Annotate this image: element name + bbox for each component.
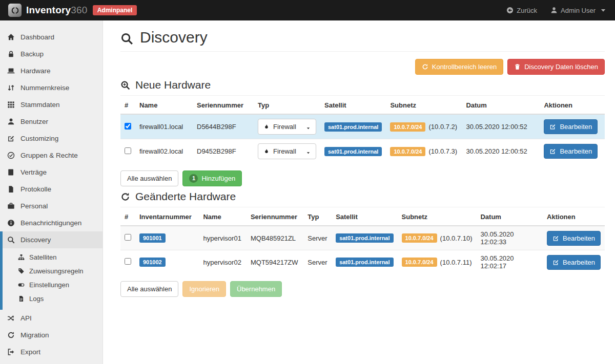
table-row: 901001 hypervisor01 MQB485921ZL Server s… [120, 226, 605, 250]
sidebar-item-stammdaten[interactable]: Stammdaten [0, 96, 102, 113]
row-checkbox[interactable] [125, 258, 131, 265]
sidebar-item-protokolle[interactable]: Protokolle [0, 181, 102, 198]
sidebar-item-logs[interactable]: Logs [3, 292, 102, 306]
edit-button-label: Bearbeiten [560, 122, 592, 131]
subnet-badge: 10.0.7.0/24 [390, 147, 425, 156]
add-button[interactable]: 1 Hinzufügen [182, 170, 242, 186]
col-header: Seriennummer [247, 208, 303, 226]
back-label: Zurück [517, 7, 537, 14]
laptop-icon [7, 67, 15, 75]
edit-button[interactable]: Bearbeiten [547, 231, 601, 246]
sidebar-item-label: Benachrichtigungen [20, 219, 81, 227]
col-header: # [120, 97, 135, 114]
sidebar-item-satelliten[interactable]: Satelliten [3, 250, 102, 264]
sidebar-item-backup[interactable]: Backup [0, 46, 102, 62]
typ-select-value: Firewall [273, 147, 296, 155]
cell-datum: 30.05.2020 12:00:52 [462, 114, 540, 139]
inventory-badge: 901001 [139, 233, 166, 243]
trash-icon [514, 63, 521, 70]
row-checkbox[interactable] [125, 123, 131, 130]
sidebar-item-label: Benutzer [20, 117, 48, 126]
add-button-label: Hinzufügen [201, 174, 235, 183]
cell-serial: D5644B298F [193, 114, 254, 139]
user-icon [7, 118, 15, 125]
col-header: Subnetz [398, 208, 477, 226]
sidebar-item-benachrichtigungen[interactable]: Benachrichtigungen [0, 215, 102, 231]
changed-hardware-title: Geänderte Hardware [120, 190, 605, 203]
sidebar-item-dashboard[interactable]: Dashboard [0, 29, 102, 46]
refresh-icon [7, 331, 15, 339]
edit-button[interactable]: Bearbeiten [544, 144, 598, 159]
chevron-down-icon [306, 124, 311, 129]
grid-icon [7, 101, 15, 109]
select-all-button[interactable]: Alle auswählen [120, 281, 178, 297]
col-header: Satellit [320, 97, 386, 114]
sidebar-item-label: Protokolle [20, 185, 51, 194]
sidebar-item-personal[interactable]: Personal [0, 198, 102, 215]
select-all-button[interactable]: Alle auswählen [120, 170, 178, 186]
sidebar-item-benutzer[interactable]: Benutzer [0, 113, 102, 130]
typ-select-value: Firewall [273, 123, 296, 131]
user-menu[interactable]: Admin User [550, 7, 607, 14]
page-title-text: Discovery [140, 29, 208, 46]
brand-suffix: 360 [71, 5, 87, 15]
clear-control-button[interactable]: Kontrollbereich leeren [415, 59, 503, 75]
cell-datum: 30.05.2020 12:02:17 [476, 250, 543, 274]
clear-control-label: Kontrollbereich leeren [432, 62, 497, 71]
cell-ip: (10.0.7.10) [440, 234, 473, 242]
flame-icon [263, 124, 270, 130]
refresh-icon [422, 63, 428, 70]
sidebar-item-nummernkreise[interactable]: Nummernkreise [0, 79, 102, 96]
edit-icon [549, 148, 556, 155]
top-navbar: Inventory360 Adminpanel Zurück Admin Use… [0, 0, 615, 20]
chevron-down-icon [306, 149, 311, 154]
cell-typ: Server [303, 226, 332, 250]
sidebar-item-gruppen-rechte[interactable]: Gruppen & Rechte [0, 147, 102, 164]
ignore-button[interactable]: Ignorieren [182, 281, 226, 297]
col-header: # [120, 208, 135, 226]
sign-out-icon [7, 348, 15, 356]
col-header: Subnetz [386, 97, 462, 114]
sidebar-item-zuweisungsregeln[interactable]: Zuweisungsregeln [3, 264, 102, 278]
flame-icon [263, 148, 270, 155]
sidebar-item-label: Zuweisungsregeln [29, 267, 84, 275]
sidebar-item-vertraege[interactable]: Verträge [0, 164, 102, 181]
sitemap-icon [18, 254, 25, 261]
back-link[interactable]: Zurück [506, 7, 537, 14]
row-checkbox[interactable] [125, 234, 131, 241]
sidebar-item-einstellungen[interactable]: Einstellungen [3, 278, 102, 292]
subnet-badge: 10.0.7.0/24 [402, 233, 437, 243]
arrow-circle-left-icon [506, 7, 514, 14]
delete-discovery-button[interactable]: Discovery Daten löschen [507, 59, 605, 75]
sidebar-group-discovery: Discovery Satelliten Zuweisungsregeln Ei… [0, 231, 102, 310]
sidebar-item-export[interactable]: Export [0, 344, 102, 360]
sidebar-item-hardware[interactable]: Hardware [0, 62, 102, 79]
row-checkbox[interactable] [125, 147, 131, 154]
new-hardware-actions: Alle auswählen 1 Hinzufügen [120, 170, 605, 186]
apply-button[interactable]: Übernehmen [230, 281, 282, 297]
sidebar-item-api[interactable]: API [0, 310, 102, 327]
satellit-badge: sat01.prod.internal [336, 258, 393, 267]
cell-serial: D9452B298F [193, 139, 254, 164]
briefcase-icon [7, 202, 15, 210]
refresh-icon [120, 192, 130, 202]
sidebar-item-customizing[interactable]: Customizing [0, 130, 102, 147]
edit-button[interactable]: Bearbeiten [547, 255, 601, 270]
col-header: Inventarnummer [135, 208, 199, 226]
col-header: Typ [254, 97, 320, 114]
changed-hardware-actions: Alle auswählen Ignorieren Übernehmen [120, 281, 605, 297]
satellit-badge: sat01.prod.internal [324, 122, 382, 132]
tags-icon [18, 268, 25, 274]
app-logo[interactable] [8, 4, 22, 17]
sidebar-item-discovery[interactable]: Discovery [3, 231, 102, 248]
edit-button[interactable]: Bearbeiten [544, 119, 598, 134]
divider [120, 207, 605, 207]
sidebar-item-migration[interactable]: Migration [0, 327, 102, 344]
sidebar-item-label: Migration [20, 331, 49, 339]
lock-icon [7, 50, 15, 58]
col-header: Datum [462, 97, 540, 114]
typ-select[interactable]: Firewall [258, 143, 316, 159]
typ-select[interactable]: Firewall [258, 119, 316, 135]
user-label: Admin User [561, 7, 596, 14]
add-count-badge: 1 [189, 174, 198, 183]
